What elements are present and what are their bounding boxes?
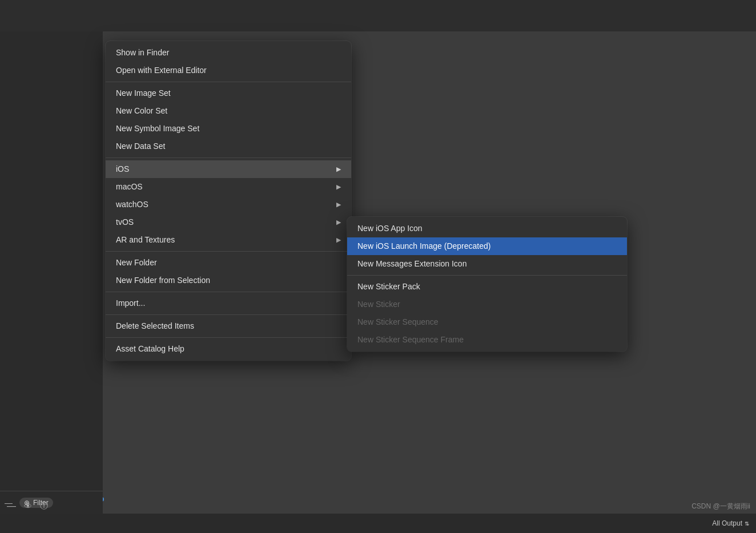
submenu-arrow-macos: ▶ bbox=[336, 182, 341, 192]
menu-item-help[interactable]: Asset Catalog Help bbox=[106, 340, 351, 358]
menu-item-new-folder[interactable]: New Folder bbox=[106, 254, 351, 272]
left-panel bbox=[0, 0, 103, 533]
menu-item-new-color-set[interactable]: New Color Set bbox=[106, 102, 351, 120]
minus-bottom-icon[interactable]: — bbox=[7, 501, 16, 511]
context-menu-primary: Show in Finder Open with External Editor… bbox=[106, 41, 351, 361]
menu-item-new-ios-app-icon[interactable]: New iOS App Icon bbox=[347, 220, 627, 237]
submenu-arrow-ios: ▶ bbox=[336, 164, 341, 174]
info-icon[interactable]: ⓘ bbox=[40, 501, 48, 511]
separator-5 bbox=[106, 314, 351, 315]
menu-item-new-ios-launch-image[interactable]: New iOS Launch Image (Deprecated) bbox=[347, 237, 627, 255]
menu-item-new-folder-selection[interactable]: New Folder from Selection bbox=[106, 272, 351, 289]
menu-item-show-in-finder[interactable]: Show in Finder bbox=[106, 44, 351, 62]
separator-6 bbox=[106, 337, 351, 338]
menu-item-new-sticker-sequence-frame: New Sticker Sequence Frame bbox=[347, 331, 627, 349]
separator-4 bbox=[106, 292, 351, 292]
menu-item-new-data-set[interactable]: New Data Set bbox=[106, 138, 351, 155]
eye-icon[interactable]: 👁 bbox=[24, 502, 32, 511]
output-label[interactable]: All Output ⇅ bbox=[712, 519, 749, 527]
menu-item-ar-textures[interactable]: AR and Textures ▶ bbox=[106, 231, 351, 249]
bottom-left-icons: — 👁 ⓘ bbox=[7, 501, 48, 511]
menu-item-new-image-set[interactable]: New Image Set bbox=[106, 84, 351, 102]
menu-item-delete[interactable]: Delete Selected Items bbox=[106, 317, 351, 335]
submenu-arrow-watchos: ▶ bbox=[336, 200, 341, 209]
ios-separator-1 bbox=[347, 275, 627, 276]
context-menu-ios: New iOS App Icon New iOS Launch Image (D… bbox=[347, 217, 627, 352]
menu-item-new-messages-extension-icon[interactable]: New Messages Extension Icon bbox=[347, 255, 627, 273]
menu-item-new-sticker: New Sticker bbox=[347, 296, 627, 313]
menu-item-new-sticker-pack[interactable]: New Sticker Pack bbox=[347, 278, 627, 296]
separator-1 bbox=[106, 82, 351, 82]
menu-item-new-sticker-sequence: New Sticker Sequence bbox=[347, 313, 627, 331]
menu-item-import[interactable]: Import... bbox=[106, 294, 351, 312]
submenu-arrow-tvos: ▶ bbox=[336, 217, 341, 227]
top-bar bbox=[0, 0, 756, 31]
submenu-arrow-ar: ▶ bbox=[336, 235, 341, 245]
menu-item-watchos[interactable]: watchOS ▶ bbox=[106, 196, 351, 213]
menu-item-macos[interactable]: macOS ▶ bbox=[106, 178, 351, 196]
menu-item-ios[interactable]: iOS ▶ bbox=[106, 160, 351, 178]
separator-3 bbox=[106, 251, 351, 252]
separator-2 bbox=[106, 158, 351, 158]
watermark: CSDN @一黄烟雨ii bbox=[691, 502, 750, 511]
menu-item-tvos[interactable]: tvOS ▶ bbox=[106, 213, 351, 231]
bottom-bar-right: All Output ⇅ bbox=[712, 519, 749, 527]
menu-item-open-external[interactable]: Open with External Editor bbox=[106, 62, 351, 79]
menu-item-new-symbol-image-set[interactable]: New Symbol Image Set bbox=[106, 120, 351, 138]
chevron-up-down-icon: ⇅ bbox=[745, 520, 749, 527]
bottom-bar: — 👁 ⓘ All Output ⇅ bbox=[0, 514, 756, 533]
